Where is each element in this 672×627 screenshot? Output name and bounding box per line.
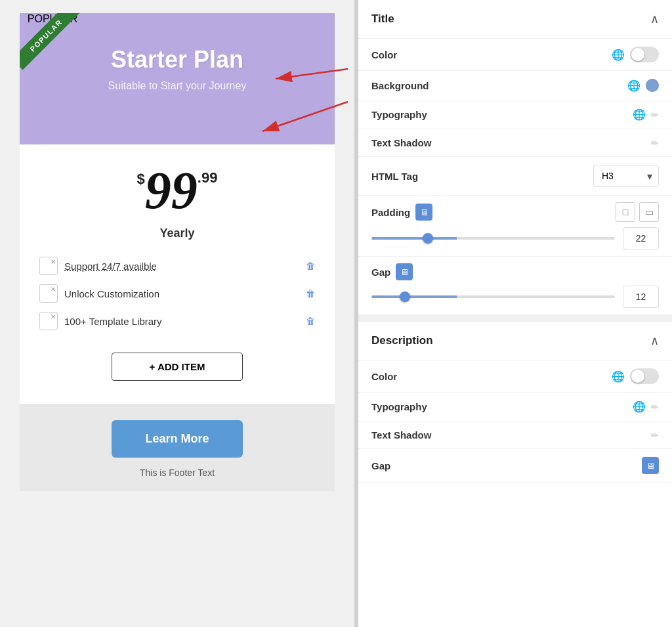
add-item-button[interactable]: + ADD ITEM	[112, 353, 243, 381]
desc-color-label: Color	[371, 371, 397, 382]
color-toggle[interactable]	[630, 47, 659, 62]
box-icon-rect[interactable]: ▭	[639, 202, 659, 222]
text-shadow-controls: ✏	[651, 138, 659, 148]
desc-color-toggle[interactable]	[630, 368, 659, 384]
background-controls: 🌐	[627, 79, 659, 92]
trash-icon-3[interactable]: 🗑	[306, 316, 315, 326]
html-tag-select-wrapper: H3 H1 H2 H4 H5 p	[593, 165, 659, 187]
description-section-header: Description ∧	[358, 322, 672, 360]
list-item: 100+ Template Library 🗑	[39, 312, 315, 330]
price-period: Yearly	[39, 227, 315, 240]
desc-typography-label: Typography	[371, 401, 427, 412]
desc-color-row: Color 🌐	[358, 360, 672, 393]
feature-list: Support 24/7 availble 🗑 Unlock Customiza…	[39, 250, 315, 346]
left-panel: POPULAR Starter Plan Suitable to Start y…	[0, 0, 354, 627]
html-tag-row: HTML Tag H3 H1 H2 H4 H5 p	[358, 157, 672, 196]
gap-section: Gap 🖥	[358, 257, 672, 315]
typography-controls: 🌐 ✏	[633, 108, 659, 121]
list-item: Support 24/7 availble 🗑	[39, 257, 315, 275]
price-dollar: $	[137, 171, 145, 188]
title-section-label: Title	[371, 12, 394, 26]
pricing-card: POPULAR Starter Plan Suitable to Start y…	[20, 13, 335, 491]
background-row: Background 🌐	[358, 71, 672, 100]
feature-checkbox-2[interactable]	[39, 284, 58, 303]
gap-value-input[interactable]	[623, 286, 659, 308]
gap-label-group: Gap 🖥	[371, 263, 413, 280]
gap-slider[interactable]	[371, 295, 615, 298]
trash-icon-2[interactable]: 🗑	[306, 288, 315, 299]
card-body: $ 99 .99 Yearly Support 24/7 availble 🗑 …	[20, 144, 335, 404]
list-item: Unlock Customization 🗑	[39, 284, 315, 303]
learn-more-button[interactable]: Learn More	[112, 420, 243, 458]
footer-text: This is Footer Text	[39, 467, 315, 478]
box-icon-square[interactable]: □	[616, 202, 635, 222]
edit-icon-desc-shadow[interactable]: ✏	[651, 430, 659, 441]
padding-device-icon[interactable]: 🖥	[415, 204, 432, 221]
color-label: Color	[371, 49, 397, 60]
edit-icon-shadow[interactable]: ✏	[651, 138, 659, 148]
card-header: POPULAR Starter Plan Suitable to Start y…	[20, 13, 335, 144]
padding-section: Padding 🖥 □ ▭	[358, 196, 672, 257]
title-chevron-icon[interactable]: ∧	[650, 12, 659, 26]
color-row: Color 🌐	[358, 39, 672, 71]
desc-gap-device-icon[interactable]: 🖥	[642, 457, 659, 474]
background-label: Background	[371, 80, 429, 91]
popular-badge-text: POPULAR	[28, 13, 77, 24]
globe-icon-bg[interactable]: 🌐	[627, 79, 640, 92]
padding-label-group: Padding 🖥	[371, 204, 432, 221]
padding-label: Padding	[371, 207, 410, 218]
right-panel: Title ∧ Color 🌐 Background 🌐 Typography …	[358, 0, 672, 627]
edit-icon-typo[interactable]: ✏	[651, 110, 659, 120]
card-footer: Learn More This is Footer Text	[20, 404, 335, 491]
desc-text-shadow-row: Text Shadow ✏	[358, 422, 672, 449]
globe-icon-desc-typo[interactable]: 🌐	[633, 400, 646, 413]
feature-checkbox-3[interactable]	[39, 312, 58, 330]
desc-typography-controls: 🌐 ✏	[633, 400, 659, 413]
edit-icon-desc-typo[interactable]: ✏	[651, 402, 659, 412]
description-chevron-icon[interactable]: ∧	[650, 334, 659, 348]
padding-slider[interactable]	[371, 237, 615, 240]
gap-device-icon[interactable]: 🖥	[396, 263, 413, 280]
feature-checkbox-1[interactable]	[39, 257, 58, 275]
padding-slider-row	[371, 227, 659, 249]
html-tag-label: HTML Tag	[371, 171, 418, 182]
popular-ribbon: POPULAR	[20, 13, 85, 79]
globe-icon-typo[interactable]: 🌐	[633, 108, 646, 121]
desc-color-controls: 🌐	[612, 368, 659, 384]
desc-text-shadow-label: Text Shadow	[371, 429, 431, 441]
gap-label: Gap	[371, 267, 390, 278]
globe-icon-desc-color[interactable]: 🌐	[612, 370, 625, 383]
price-cents: .99	[198, 169, 218, 186]
padding-value-input[interactable]	[623, 227, 659, 249]
html-tag-select[interactable]: H3 H1 H2 H4 H5 p	[593, 165, 659, 187]
text-shadow-row: Text Shadow ✏	[358, 129, 672, 157]
title-section-header: Title ∧	[358, 0, 672, 39]
globe-icon-color[interactable]: 🌐	[612, 49, 625, 61]
section-divider	[358, 315, 672, 322]
color-controls: 🌐	[612, 47, 659, 62]
desc-text-shadow-controls: ✏	[651, 430, 659, 441]
desc-gap-label: Gap	[371, 460, 390, 471]
card-subtitle: Suitable to Start your Journey	[33, 80, 322, 92]
price-row: $ 99 .99	[39, 158, 315, 223]
gap-slider-row	[371, 286, 659, 308]
description-section-label: Description	[371, 334, 433, 347]
typography-label: Typography	[371, 109, 427, 120]
desc-gap-row: Gap 🖥	[358, 449, 672, 483]
text-shadow-label: Text Shadow	[371, 137, 431, 148]
bg-color-swatch[interactable]	[646, 79, 659, 92]
feature-text-2: Unlock Customization	[64, 288, 299, 299]
price-main: 99	[145, 164, 198, 217]
padding-row-top: Padding 🖥 □ ▭	[371, 202, 659, 222]
typography-row: Typography 🌐 ✏	[358, 100, 672, 129]
trash-icon-1[interactable]: 🗑	[306, 261, 315, 271]
feature-text-1: Support 24/7 availble	[64, 261, 299, 272]
desc-typography-row: Typography 🌐 ✏	[358, 393, 672, 422]
padding-box-icons: □ ▭	[616, 202, 659, 222]
gap-row-top: Gap 🖥	[371, 263, 659, 280]
feature-text-3: 100+ Template Library	[64, 316, 299, 327]
desc-gap-controls: 🖥	[642, 457, 659, 474]
